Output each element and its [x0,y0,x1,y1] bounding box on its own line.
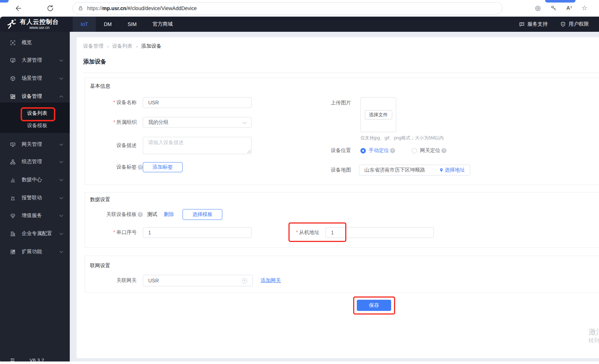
slave-address-input[interactable]: 1 [325,227,434,238]
breadcrumb-device-list[interactable]: 设备列表 [112,43,132,49]
org-label: *所属组织 [85,119,137,126]
topology-icon [10,159,16,165]
help-icon[interactable]: ? [138,165,143,170]
browser-toolbar: https://mp.usr.cn/#/cloud/device/ViewAdd… [0,0,599,17]
add-gateway-link[interactable]: 添加网关 [261,277,281,284]
tab-iot[interactable]: IoT [73,17,96,32]
tab-mall[interactable]: 官方商城 [145,17,181,32]
gateway-locate-radio[interactable] [412,148,417,153]
device-grid-icon [10,94,16,100]
template-label: 关联设备模板 [85,211,137,218]
service-support-label: 服务支持 [527,21,548,27]
section-title-basic: 基本信息 [90,83,110,90]
sidebar-item-device-template[interactable]: 设备模板 [0,119,70,132]
sidebar-item-label: 设备管理 [22,93,42,100]
breadcrumb-current: 添加设备 [141,43,162,49]
breadcrumb-separator: › [136,44,137,49]
help-icon[interactable]: ? [390,148,395,153]
device-mgmt-submenu: 设备列表 设备模板 [0,103,70,133]
manual-locate-label[interactable]: 手动定位 [369,147,389,154]
delete-template-link[interactable]: 删除 [164,211,174,218]
favorites-star-icon[interactable]: ☆ [582,4,587,12]
service-support-link[interactable]: 服务支持 [519,21,548,27]
tracking-target-icon[interactable]: ◎ [535,4,541,12]
sidebar-item-overview[interactable]: 概览 [0,35,70,50]
section-title-network: 联网设置 [90,263,110,269]
browser-refresh-icon[interactable] [46,4,54,12]
save-button[interactable]: 保存 [357,300,391,311]
chevron-down-icon [60,249,63,253]
choose-file-button[interactable]: 选择文件 [365,110,392,120]
chevron-down-icon [60,159,63,163]
content-area: 设备管理 › 设备列表 › 添加设备 添加设备 基本信息 *设备名称 USR *… [70,32,599,364]
chevron-down-icon [60,177,63,181]
desc-label: 设备描述 [85,142,137,149]
choose-template-button[interactable]: 选择模板 [183,209,222,220]
breadcrumb-device-mgmt[interactable]: 设备管理 [83,43,103,49]
sidebar-item-device-list[interactable]: 设备列表 [0,107,70,120]
divider [83,73,599,73]
map-label: 设备地图 [300,167,351,173]
device-name-input[interactable]: USR [143,97,252,108]
add-tag-button[interactable]: 添加标签 [143,162,183,172]
tab-dm[interactable]: DM [96,17,120,32]
sidebar-item-label: 报警联动 [22,195,42,201]
map-address-input[interactable]: 山东省济南市历下区坤顺路 选择地址 [359,165,470,176]
sidebar-item-label: 概览 [22,39,32,46]
sidebar-item-gateway-mgmt[interactable]: 网关管理 [0,137,70,152]
user-permission-link[interactable]: 用户权限 [560,21,589,27]
basic-info-section: 基本信息 *设备名称 USR *所属组织 我的分组 设备描述 请输入设备描述 设… [85,78,599,185]
tab-sim[interactable]: SIM [120,17,145,32]
section-title-data: 数据设置 [90,196,110,203]
sidebar-item-extensions[interactable]: 扩展功能 [0,244,70,259]
chevron-down-icon [60,213,63,217]
sidebar: 概览 大屏管理 场景管理 设备管理 设备列表 设备模板 网关管理 组态管理 数据… [0,32,70,364]
screen-icon [10,57,16,64]
sidebar-item-scada-mgmt[interactable]: 组态管理 [0,155,70,169]
help-icon[interactable]: ? [138,212,143,217]
grid-icon [10,249,16,255]
sidebar-item-data-center[interactable]: 数据中心 [0,173,70,187]
tag-label: 设备标签 [85,164,137,170]
address-bar[interactable]: https://mp.usr.cn/#/cloud/device/ViewAdd… [72,2,502,14]
map-pin-icon [439,168,444,172]
overview-icon [10,40,16,46]
sidebar-item-enterprise-config[interactable]: 企业专属配置 [0,226,70,241]
sidebar-item-screen-mgmt[interactable]: 大屏管理 [0,53,70,68]
choose-address-link[interactable]: 选择地址 [439,167,465,173]
manual-locate-radio[interactable] [360,148,366,153]
sidebar-item-scene-mgmt[interactable]: 场景管理 [0,71,70,86]
browser-tab-fragment-right [545,0,576,3]
read-aloud-icon[interactable]: A⁾ [566,5,572,11]
app-subtitle: www.usr.cn [20,25,59,30]
password-key-icon[interactable] [550,5,557,12]
chevron-down-icon [243,120,247,124]
app-logo[interactable]: 有人云控制台 www.usr.cn [0,17,70,32]
org-select[interactable]: 我的分组 [143,117,252,128]
sidebar-item-alarm-linkage[interactable]: 报警联动 [0,191,70,205]
chevron-down-icon [60,195,63,199]
desc-textarea[interactable]: 请输入设备描述 [143,137,252,154]
window-bottom-strip [0,361,599,364]
help-icon[interactable]: ? [441,148,446,153]
serial-port-input[interactable]: 1 [143,227,252,238]
linked-gateway-input[interactable]: USR ✕ [143,275,253,286]
clear-input-icon[interactable]: ✕ [242,278,247,283]
browser-back-icon[interactable] [14,4,22,12]
app-header: 有人云控制台 www.usr.cn IoT DM SIM 官方商城 服务支持 用… [0,17,599,32]
sidebar-item-device-mgmt[interactable]: 设备管理 [0,89,70,104]
chevron-down-icon [60,76,63,79]
chat-bubble-icon [519,21,525,27]
chevron-down-icon [60,58,63,61]
building-icon [10,231,16,237]
sidebar-item-value-added[interactable]: 增值服务 [0,208,70,223]
sidebar-item-label: 企业专属配置 [22,230,52,237]
upload-dropzone[interactable]: 选择文件 [360,97,396,132]
site-lock-icon[interactable] [78,5,84,11]
gateway-locate-label[interactable]: 网关定位 [420,147,440,154]
usr-person-logo-icon [6,19,17,30]
gem-shield-icon [10,213,16,219]
shield-icon [560,21,566,27]
page-title: 添加设备 [83,58,106,66]
resize-grip-icon[interactable] [247,150,251,153]
